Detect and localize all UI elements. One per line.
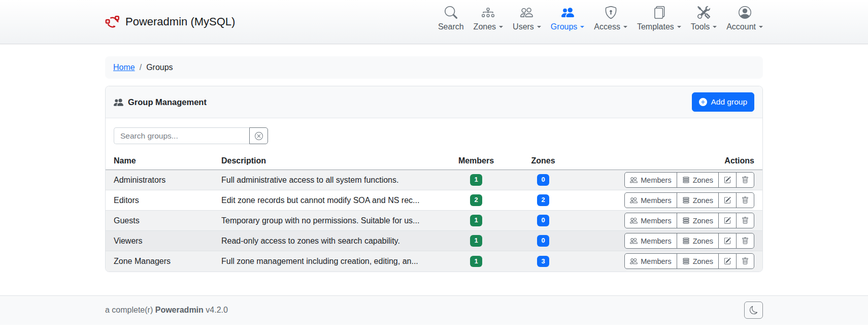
members-button[interactable]: Members: [624, 233, 677, 249]
nav-item-templates[interactable]: Templates: [637, 6, 681, 31]
members-button[interactable]: Members: [624, 192, 677, 208]
main-content: Home / Groups Group Management Add group: [99, 56, 769, 272]
group-description: Edit zone records but cannot modify SOA …: [213, 190, 443, 211]
brand-title: Poweradmin (MySQL): [125, 15, 235, 28]
chevron-down-icon: [623, 26, 627, 28]
nav-item-access[interactable]: Access: [594, 6, 627, 31]
files-icon: [653, 6, 665, 19]
zones-count-badge: 0: [537, 235, 549, 246]
diagram-icon: [482, 6, 494, 19]
footer-text: a complete(r) Poweradmin v4.2.0: [105, 306, 228, 315]
members-button[interactable]: Members: [624, 253, 677, 269]
top-navbar: Poweradmin (MySQL) Search Zones Users Gr…: [0, 0, 868, 44]
members-button[interactable]: Members: [624, 213, 677, 228]
nav-item-groups[interactable]: Groups: [551, 6, 584, 31]
zones-button-label: Zones: [693, 176, 713, 184]
delete-group-button[interactable]: [736, 253, 754, 269]
nav-item-zones[interactable]: Zones: [474, 6, 503, 31]
edit-group-button[interactable]: [718, 192, 737, 208]
chevron-down-icon: [713, 26, 717, 28]
delete-group-button[interactable]: [736, 172, 754, 188]
nav-label: Tools: [691, 22, 710, 31]
brand[interactable]: Poweradmin (MySQL): [105, 14, 235, 29]
edit-group-button[interactable]: [718, 213, 737, 228]
members-count-badge: 1: [470, 256, 482, 267]
main-nav: Search Zones Users Groups Access Templat…: [438, 6, 763, 38]
nav-label: Groups: [551, 22, 577, 31]
x-circle-icon: [255, 132, 263, 140]
delete-group-button[interactable]: [736, 192, 754, 208]
clear-search-button[interactable]: [249, 127, 268, 144]
moon-icon: [750, 306, 758, 314]
zones-button[interactable]: Zones: [677, 213, 719, 228]
footer-prefix: a complete(r): [105, 306, 153, 314]
members-count-badge: 1: [470, 235, 482, 246]
members-button-label: Members: [641, 196, 671, 205]
nav-item-users[interactable]: Users: [513, 6, 541, 31]
nav-item-tools[interactable]: Tools: [691, 6, 717, 31]
members-count-badge: 1: [470, 174, 482, 185]
list-stack-icon: [682, 237, 690, 245]
list-stack-icon: [682, 196, 690, 204]
nav-label: Search: [438, 22, 464, 31]
people-icon: [630, 196, 638, 204]
groups-table: Name Description Members Zones Actions A…: [106, 152, 762, 272]
delete-group-button[interactable]: [736, 213, 754, 228]
pencil-square-icon: [724, 196, 731, 204]
add-group-label: Add group: [711, 97, 747, 107]
zones-button-label: Zones: [693, 217, 713, 225]
pencil-square-icon: [724, 237, 731, 245]
edit-group-button[interactable]: [718, 233, 737, 249]
search-groups-input[interactable]: [114, 127, 249, 144]
nav-label: Account: [726, 22, 756, 31]
edit-group-button[interactable]: [718, 253, 737, 269]
zones-button[interactable]: Zones: [677, 233, 719, 249]
pencil-square-icon: [724, 217, 731, 224]
search-icon: [445, 6, 457, 19]
trash-icon: [742, 257, 749, 265]
zones-button[interactable]: Zones: [677, 253, 719, 269]
zones-button[interactable]: Zones: [677, 172, 719, 188]
table-header-row: Name Description Members Zones Actions: [106, 152, 762, 170]
trash-icon: [742, 196, 749, 204]
header-description: Description: [213, 152, 443, 170]
edit-group-button[interactable]: [718, 172, 737, 188]
group-search: [114, 127, 268, 144]
shield-lock-icon: [605, 6, 617, 19]
header-members: Members: [443, 152, 510, 170]
theme-toggle-button[interactable]: [744, 301, 763, 319]
group-description: Full zone management including creation,…: [213, 251, 443, 272]
header-name: Name: [106, 152, 213, 170]
row-actions: Members Zones: [624, 213, 754, 228]
chevron-down-icon: [759, 26, 763, 28]
nav-label: Templates: [637, 22, 674, 31]
members-button-label: Members: [641, 257, 671, 265]
zones-count-badge: 0: [537, 174, 549, 185]
trash-icon: [742, 176, 749, 184]
group-description: Full administrative access to all system…: [213, 170, 443, 190]
chevron-down-icon: [677, 26, 681, 28]
members-button[interactable]: Members: [624, 172, 677, 188]
table-row: Administrators Full administrative acces…: [106, 170, 762, 190]
members-button-label: Members: [641, 217, 671, 225]
members-button-label: Members: [641, 237, 671, 245]
zones-count-badge: 2: [537, 194, 549, 206]
people-fill-icon: [114, 97, 123, 107]
group-name: Viewers: [106, 231, 213, 251]
poweradmin-logo-icon: [105, 14, 120, 29]
pencil-square-icon: [724, 176, 731, 184]
people-icon: [520, 6, 533, 19]
card-title-text: Group Management: [128, 97, 207, 107]
chevron-down-icon: [537, 26, 541, 28]
footer-version: v4.2.0: [206, 306, 228, 314]
trash-icon: [742, 217, 749, 224]
trash-icon: [742, 237, 749, 245]
members-count-badge: 2: [470, 194, 482, 206]
delete-group-button[interactable]: [736, 233, 754, 249]
zones-button[interactable]: Zones: [677, 192, 719, 208]
zones-button-label: Zones: [693, 257, 713, 265]
nav-item-account[interactable]: Account: [726, 6, 763, 31]
breadcrumb-home-link[interactable]: Home: [113, 63, 135, 72]
add-group-button[interactable]: Add group: [692, 92, 754, 112]
nav-item-search[interactable]: Search: [438, 6, 464, 31]
